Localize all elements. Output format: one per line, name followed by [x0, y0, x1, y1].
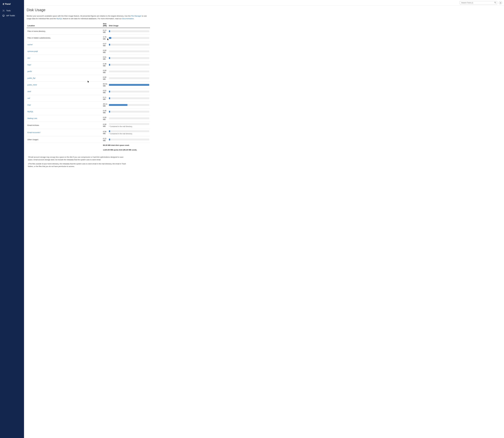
cell-usage: [108, 48, 150, 55]
location-link[interactable]: public_html/: [27, 84, 37, 86]
usage-bar: [109, 44, 149, 46]
cell-size: 0.22 MB: [102, 136, 108, 143]
usage-bar: [109, 123, 149, 125]
link-documentation[interactable]: documentation: [122, 18, 134, 20]
cell-location: logs/: [27, 61, 102, 68]
cell-location: Email Archives: [27, 122, 102, 129]
cell-usage: [108, 88, 150, 95]
location-link[interactable]: MySQL: [27, 111, 33, 113]
link-mysql[interactable]: MySQL: [56, 18, 62, 20]
cell-location: Files in home directory.: [27, 28, 102, 35]
link-file-manager[interactable]: File Manager: [131, 15, 141, 17]
cell-size: 0.02 MB: [102, 88, 108, 95]
usage-bar-fill: [109, 30, 110, 32]
content: Disk Usage Monitor your account's availa…: [24, 6, 153, 175]
cell-size: 0.13 MB: [102, 28, 108, 35]
cell-usage: [108, 61, 150, 68]
location-link[interactable]: ssl/: [27, 97, 30, 99]
cell-location: ssl/: [27, 95, 102, 101]
sidebar-item-tools[interactable]: Tools: [0, 8, 24, 13]
disk-usage-table: Location Size (MB) Disk Usage Files in h…: [27, 22, 150, 152]
intro-text-segment: Monitor your account's available space w…: [27, 15, 131, 17]
cell-usage: [108, 28, 150, 35]
usage-bar: [109, 118, 149, 119]
main-area: Disk Usage Monitor your account's availa…: [24, 0, 504, 438]
usage-bar-fill: [109, 130, 110, 132]
cell-usage: [108, 34, 150, 41]
cell-size: 29.11 MB: [102, 101, 108, 108]
brand-logo: Panel: [0, 1, 24, 8]
table-row: MySQL0.45 MB: [27, 108, 150, 115]
notifications-button[interactable]: [499, 1, 502, 4]
svg-point-2: [494, 2, 496, 3]
usage-bar-fill: [109, 84, 149, 86]
col-header-usage: Disk Usage: [108, 22, 150, 28]
cell-location: MySQL: [27, 108, 102, 115]
search-icon: [494, 1, 496, 4]
location-link[interactable]: Mailing Lists: [27, 117, 37, 119]
cell-size: 0.00 MB: [102, 48, 108, 55]
table-row: logs/0.38 MB: [27, 61, 150, 68]
cell-usage: [108, 108, 150, 115]
cell-size: 0.38 MB: [102, 61, 108, 68]
cell-location: skel/: [27, 88, 102, 95]
usage-bar-fill: [109, 64, 110, 66]
cell-size: 0.01 MB: [102, 55, 108, 61]
intro-text: Monitor your account's available space w…: [27, 15, 150, 20]
table-row: cache/0.07 MB: [27, 41, 150, 48]
cell-location: cpmove.psql/: [27, 48, 102, 55]
table-row: public_html/63.51 MB: [27, 81, 150, 88]
usage-bar: [109, 77, 149, 79]
usage-bar: [109, 91, 149, 92]
location-link[interactable]: tmp/: [27, 104, 31, 106]
cell-location: Files in hidden subdirectories.: [27, 34, 102, 41]
tools-icon: [2, 10, 5, 12]
wordpress-icon: [2, 14, 5, 17]
table-row: Email Accounts†0.56 MB* Contained in the…: [27, 129, 150, 136]
cell-usage: [108, 75, 150, 81]
intro-text-segment: .: [134, 18, 134, 20]
location-link[interactable]: cpmove.psql/: [27, 50, 38, 52]
usage-bar: [109, 71, 149, 72]
usage-bar: [109, 111, 149, 113]
location-link[interactable]: etc/: [27, 57, 30, 59]
location-link[interactable]: public_ftp/: [27, 77, 36, 79]
cell-size: 3.70 MB: [102, 34, 108, 41]
search-input[interactable]: [460, 1, 497, 4]
location-link[interactable]: cache/: [27, 44, 33, 46]
usage-bar-fill: [109, 111, 110, 113]
totals-row-total_used: 98.28 MB total disk space used.: [27, 143, 150, 148]
usage-bar: [109, 30, 149, 32]
usage-bar: [109, 104, 149, 106]
table-row: etc/0.01 MB: [27, 55, 150, 61]
cell-size: 63.51 MB: [102, 81, 108, 88]
sidebar-item-wp-toolkit[interactable]: WP Toolkit: [0, 13, 24, 18]
cell-size: 0.56 MB: [102, 129, 108, 136]
location-link[interactable]: logs/: [27, 64, 31, 66]
cell-usage: [108, 95, 150, 101]
cell-size: 0.00 MB: [102, 122, 108, 129]
cell-location: tmp/: [27, 101, 102, 108]
usage-bar-fill: [109, 104, 127, 106]
cell-size: 0.00 MB: [102, 75, 108, 81]
table-row: Email Archives0.00 MB* Contained in the …: [27, 122, 150, 129]
usage-bar-fill: [109, 97, 110, 99]
cell-size: 0.07 MB: [102, 41, 108, 48]
usage-bar: [109, 64, 149, 66]
usage-bar: [109, 97, 149, 99]
location-link[interactable]: Email Accounts†: [27, 131, 41, 133]
intro-text-segment: feature to see data for individual datab…: [62, 18, 122, 20]
usage-bar-fill: [109, 57, 110, 59]
usage-bar: [109, 84, 149, 86]
cell-location: Other Usage‡: [27, 136, 102, 143]
table-row: ssl/0.11 MB: [27, 95, 150, 101]
usage-bar: [109, 57, 149, 59]
sidebar-item-label: WP Toolkit: [6, 15, 15, 17]
table-row: perl5/0.00 MB: [27, 68, 150, 75]
totals-row-quota: 1,024.00 MB quota limit (98.28 MB used).: [27, 148, 150, 152]
location-link[interactable]: skel/: [27, 90, 31, 92]
cell-location: Mailing Lists: [27, 115, 102, 122]
cell-location: etc/: [27, 55, 102, 61]
cell-usage: [108, 41, 150, 48]
location-link[interactable]: perl5/: [27, 70, 32, 72]
